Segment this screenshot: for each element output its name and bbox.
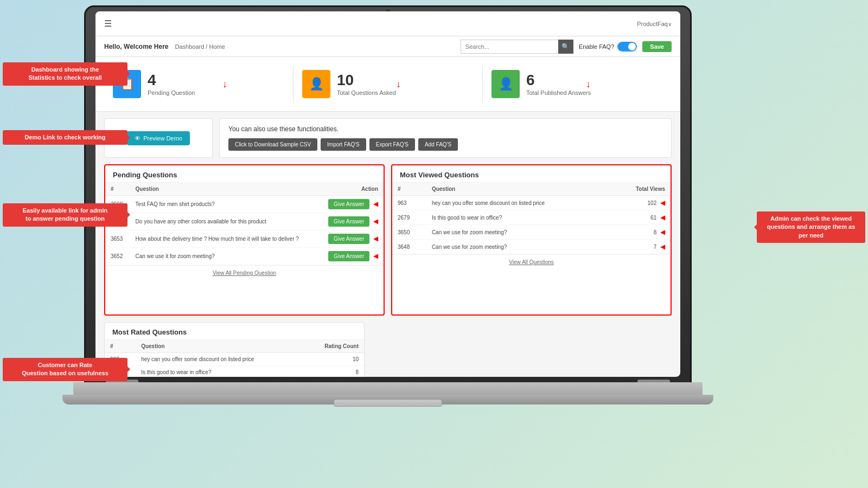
pending-questions-table: # Question Action 3660 Test FAQ for men … [105, 183, 384, 265]
total-asked-number: 10 [337, 72, 396, 89]
row-question: Can we use it for zoom meeting? [130, 248, 318, 265]
save-button[interactable]: Save [642, 41, 672, 52]
row-views: 8 ◀ [611, 225, 671, 240]
row-views: 61 ◀ [611, 210, 671, 225]
table-row: 3656 Do you have any other colors availa… [105, 213, 384, 230]
row-action: Give Answer ◀ [318, 248, 384, 265]
give-answer-button[interactable]: Give Answer [328, 216, 369, 227]
download-csv-button[interactable]: Click to Download Sample CSV [228, 138, 317, 151]
pending-questions-title: Pending Questions [105, 165, 384, 183]
import-faqs-button[interactable]: Import FAQ'S [321, 138, 366, 151]
row-question: hey can you offer some discount on liste… [426, 196, 611, 210]
arrow-icon: ◀ [660, 199, 665, 207]
pending-questions-card: Pending Questions # Question Action [104, 164, 385, 316]
table-row: 3660 Test FAQ for men shirt products? Gi… [105, 196, 384, 213]
published-label: Total Published Answers [526, 89, 591, 96]
arrow-icon: ◀ [660, 243, 665, 251]
annotation-dashboard: Dashboard showing theStatistics to check… [3, 62, 127, 86]
table-row: 3648 Can we use for zoom meeting? 7 ◀ [392, 240, 671, 254]
tables-row: Pending Questions # Question Action [104, 164, 672, 316]
annotation-pending-link: Easily available link for adminto answer… [3, 203, 127, 227]
viewed-col-question: Question [426, 183, 611, 196]
row-id: 3648 [392, 240, 426, 254]
row-question: Can we use for zoom meeting? [426, 240, 611, 254]
table-row: 963 hey can you offer some discount on l… [105, 353, 364, 366]
row-question: Is this good to wear in office? [136, 366, 303, 377]
brand-name: ProductFaq∨ [637, 20, 672, 28]
most-rated-table: # Question Rating Count 963 hey can you … [105, 340, 364, 377]
add-faqs-button[interactable]: Add FAQ'S [418, 138, 458, 151]
rated-col-count: Rating Count [303, 340, 364, 353]
rated-col-question: Question [136, 340, 303, 353]
row-id: 963 [392, 196, 426, 210]
pending-col-action: Action [318, 183, 384, 196]
preview-demo-button[interactable]: 👁 Preview Demo [127, 131, 190, 145]
hello-text: Hello, Welcome Here [104, 43, 169, 50]
most-viewed-title: Most Viewed Questions [392, 165, 671, 183]
export-faqs-button[interactable]: Export FAQ'S [369, 138, 415, 151]
give-answer-button[interactable]: Give Answer [328, 199, 369, 209]
row-rating: 10 [303, 353, 364, 366]
table-row: 2679 Is this good to wear in office? 8 [105, 366, 364, 377]
enable-faq-label: Enable FAQ? [579, 43, 614, 50]
functionality-buttons: Click to Download Sample CSV Import FAQ'… [228, 138, 662, 151]
search-input[interactable] [461, 40, 558, 54]
arrow-total: ↓ [396, 79, 401, 90]
most-viewed-table: # Question Total Views 963 hey can you o… [392, 183, 671, 254]
arrow-published: ↓ [586, 79, 591, 90]
arrow-icon: ◀ [373, 252, 378, 260]
pending-col-id: # [105, 183, 130, 196]
row-id: 3653 [105, 230, 130, 248]
stat-card-total-asked: 👤 10 Total Questions Asked [293, 66, 483, 102]
functionality-card: You can also use these functionalities. … [219, 118, 672, 158]
app-container: ☰ ProductFaq∨ Hello, Welcome Here Da [95, 11, 680, 377]
pending-label: Pending Question [148, 89, 195, 96]
stats-row: 📋 4 Pending Question 👤 10 Total Question… [95, 57, 680, 112]
breadcrumb-text: Dashboard / Home [175, 43, 225, 50]
row-id: 3652 [105, 248, 130, 265]
annotation-rate: Customer can RateQuestion based on usefu… [3, 358, 127, 381]
search-button[interactable]: 🔍 [558, 40, 573, 54]
row-views: 102 ◀ [611, 196, 671, 210]
top-nav: ☰ ProductFaq∨ [95, 11, 680, 36]
view-all-pending-link[interactable]: View All Pending Question [105, 265, 384, 280]
arrow-pending: ↓ [222, 79, 227, 90]
annotation-demo-link: Demo Link to check working [3, 130, 127, 145]
pending-number: 4 [148, 72, 195, 89]
view-all-questions-link[interactable]: View All Questions [392, 254, 671, 269]
row-question: Do you have any other colors available f… [130, 213, 318, 230]
hamburger-icon[interactable]: ☰ [104, 18, 112, 29]
laptop-trackpad [334, 399, 442, 407]
published-icon: 👤 [492, 70, 520, 98]
table-row: 2679 Is this good to wear in office? 61 … [392, 210, 671, 225]
give-answer-button[interactable]: Give Answer [328, 234, 369, 244]
published-number: 6 [526, 72, 591, 89]
most-rated-title: Most Rated Questions [105, 323, 364, 340]
enable-faq-toggle[interactable] [617, 42, 637, 52]
arrow-icon: ◀ [373, 217, 378, 225]
row-question: Test FAQ for men shirt products? [130, 196, 318, 213]
pending-col-question: Question [130, 183, 318, 196]
give-answer-button[interactable]: Give Answer [328, 251, 369, 261]
row-id: 2679 [392, 210, 426, 225]
row-question: How about the delivery time ? How much t… [130, 230, 318, 248]
main-content: 👁 Preview Demo You can also use these fu… [95, 112, 680, 377]
sub-nav: Hello, Welcome Here Dashboard / Home 🔍 E… [95, 36, 680, 57]
row-rating: 8 [303, 366, 364, 377]
bottom-row: Most Rated Questions # Question Rating C… [104, 322, 672, 377]
row-views: 7 ◀ [611, 240, 671, 254]
arrow-icon: ◀ [660, 214, 665, 221]
table-row: 963 hey can you offer some discount on l… [392, 196, 671, 210]
arrow-icon: ◀ [373, 200, 378, 208]
row-question: Is this good to wear in office? [426, 210, 611, 225]
table-row: 3653 How about the delivery time ? How m… [105, 230, 384, 248]
viewed-col-views: Total Views [611, 183, 671, 196]
functionality-title: You can also use these functionalities. [228, 125, 662, 133]
toolbar-row: 👁 Preview Demo You can also use these fu… [104, 118, 672, 158]
arrow-icon: ◀ [660, 228, 665, 236]
total-asked-icon: 👤 [302, 70, 330, 98]
row-question: Can we use for zoom meeting? [426, 225, 611, 240]
row-action: Give Answer ◀ [318, 196, 384, 213]
viewed-col-id: # [392, 183, 426, 196]
eye-icon: 👁 [135, 135, 141, 142]
